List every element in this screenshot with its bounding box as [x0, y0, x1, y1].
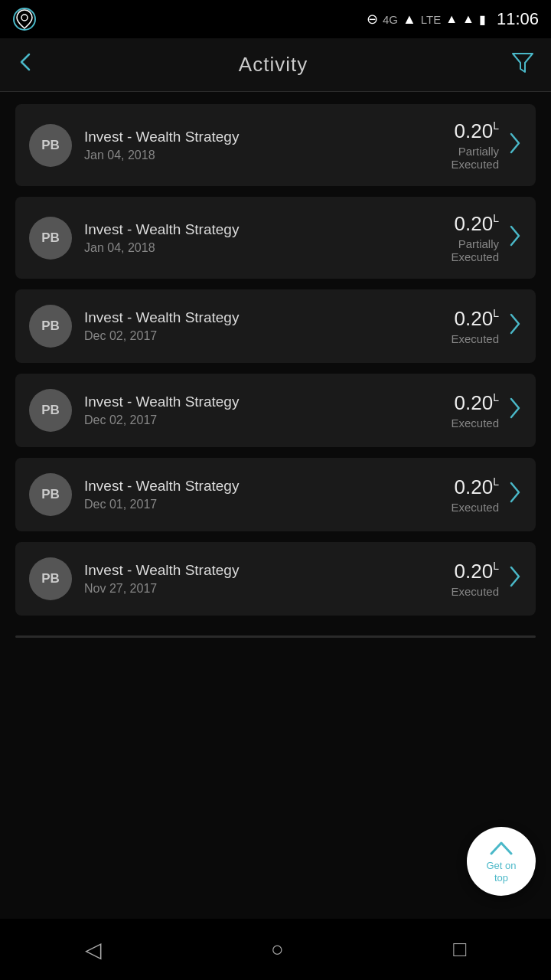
card-text-3: Invest - Wealth Strategy Dec 02, 2017: [84, 309, 239, 343]
card-title-2: Invest - Wealth Strategy: [84, 221, 239, 238]
battery-icon: ▮: [479, 12, 486, 27]
card-left-1: PB Invest - Wealth Strategy Jan 04, 2018: [29, 124, 451, 167]
avatar-4: PB: [29, 389, 72, 432]
chevron-up-icon: [490, 838, 513, 858]
avatar-1: PB: [29, 124, 72, 167]
card-status-6: Executed: [451, 585, 499, 598]
card-right-2: 0.20L PartiallyExecuted: [451, 212, 522, 263]
chevron-right-icon-5: [508, 482, 522, 508]
card-value-wrap-2: 0.20L PartiallyExecuted: [451, 212, 499, 263]
card-text-2: Invest - Wealth Strategy Jan 04, 2018: [84, 221, 239, 255]
card-left-3: PB Invest - Wealth Strategy Dec 02, 2017: [29, 305, 451, 348]
card-text-4: Invest - Wealth Strategy Dec 02, 2017: [84, 394, 239, 427]
card-right-1: 0.20L PartiallyExecuted: [451, 119, 522, 171]
card-date-6: Nov 27, 2017: [84, 582, 239, 596]
avatar-3: PB: [29, 305, 72, 348]
avatar-6: PB: [29, 557, 72, 600]
card-value-1: 0.20L: [451, 119, 499, 143]
card-date-3: Dec 02, 2017: [84, 329, 239, 343]
list-divider: [15, 635, 536, 638]
card-title-4: Invest - Wealth Strategy: [84, 394, 239, 410]
card-left-6: PB Invest - Wealth Strategy Nov 27, 2017: [29, 557, 451, 600]
card-status-4: Executed: [451, 416, 499, 430]
card-status-2: PartiallyExecuted: [451, 237, 499, 263]
card-right-5: 0.20L Executed: [451, 475, 522, 514]
activity-card-1[interactable]: PB Invest - Wealth Strategy Jan 04, 2018…: [15, 104, 536, 186]
card-title-5: Invest - Wealth Strategy: [84, 478, 239, 495]
chevron-right-icon-6: [508, 566, 522, 592]
do-not-disturb-icon: ⊖: [367, 11, 378, 28]
status-bar-left: [12, 7, 37, 31]
card-text-5: Invest - Wealth Strategy Dec 01, 2017: [84, 478, 239, 511]
activity-card-4[interactable]: PB Invest - Wealth Strategy Dec 02, 2017…: [15, 374, 536, 447]
signal-4g-icon: 4G: [383, 13, 398, 26]
card-date-1: Jan 04, 2018: [84, 149, 239, 162]
activity-card-6[interactable]: PB Invest - Wealth Strategy Nov 27, 2017…: [15, 542, 536, 616]
status-bar: ⊖ 4G ▲ LTE ▲ ▲ ▮ 11:06: [0, 0, 551, 38]
card-left-5: PB Invest - Wealth Strategy Dec 01, 2017: [29, 473, 451, 516]
chevron-right-icon-3: [508, 313, 522, 339]
activity-card-2[interactable]: PB Invest - Wealth Strategy Jan 04, 2018…: [15, 197, 536, 279]
activity-card-3[interactable]: PB Invest - Wealth Strategy Dec 02, 2017…: [15, 289, 536, 363]
card-value-5: 0.20L: [451, 475, 499, 499]
card-date-5: Dec 01, 2017: [84, 498, 239, 511]
card-right-3: 0.20L Executed: [451, 307, 522, 345]
card-left-4: PB Invest - Wealth Strategy Dec 02, 2017: [29, 389, 451, 432]
activity-list: PB Invest - Wealth Strategy Jan 04, 2018…: [0, 92, 551, 628]
card-value-2: 0.20L: [451, 212, 499, 236]
signal-bar1-icon: ▲: [445, 12, 458, 26]
recents-nav-button[interactable]: □: [453, 937, 466, 962]
card-date-2: Jan 04, 2018: [84, 241, 239, 255]
card-status-5: Executed: [451, 501, 499, 514]
header: Activity: [0, 38, 551, 92]
card-status-1: PartiallyExecuted: [451, 145, 499, 171]
lte-icon: LTE: [421, 13, 441, 26]
card-value-wrap-4: 0.20L Executed: [451, 391, 499, 430]
card-right-6: 0.20L Executed: [451, 560, 522, 598]
avatar-2: PB: [29, 217, 72, 260]
home-nav-button[interactable]: ○: [271, 937, 284, 962]
card-status-3: Executed: [451, 332, 499, 345]
card-title-6: Invest - Wealth Strategy: [84, 562, 239, 579]
filter-button[interactable]: [510, 49, 536, 80]
card-text-1: Invest - Wealth Strategy Jan 04, 2018: [84, 129, 239, 162]
avatar-5: PB: [29, 473, 72, 516]
get-on-top-button[interactable]: Get ontop: [467, 827, 536, 896]
card-value-3: 0.20L: [451, 307, 499, 331]
card-text-6: Invest - Wealth Strategy Nov 27, 2017: [84, 562, 239, 596]
app-logo-icon: [12, 7, 37, 31]
card-title-1: Invest - Wealth Strategy: [84, 129, 239, 145]
card-title-3: Invest - Wealth Strategy: [84, 309, 239, 326]
bottom-navigation: ◁ ○ □: [0, 919, 551, 980]
svg-point-1: [21, 15, 28, 21]
activity-card-5[interactable]: PB Invest - Wealth Strategy Dec 01, 2017…: [15, 458, 536, 531]
card-value-wrap-5: 0.20L Executed: [451, 475, 499, 514]
get-on-top-label: Get ontop: [486, 860, 516, 884]
card-value-wrap-6: 0.20L Executed: [451, 560, 499, 598]
card-date-4: Dec 02, 2017: [84, 413, 239, 427]
wifi-icon: ▲: [403, 11, 416, 28]
status-time: 11:06: [497, 9, 539, 29]
signal-bar2-icon: ▲: [462, 12, 474, 26]
card-right-4: 0.20L Executed: [451, 391, 522, 430]
back-nav-button[interactable]: ◁: [85, 937, 102, 962]
card-value-6: 0.20L: [451, 560, 499, 583]
chevron-right-icon-2: [508, 225, 522, 251]
card-value-4: 0.20L: [451, 391, 499, 415]
status-bar-right: ⊖ 4G ▲ LTE ▲ ▲ ▮ 11:06: [367, 9, 539, 29]
back-button[interactable]: [15, 51, 37, 79]
chevron-right-icon-1: [508, 132, 522, 158]
card-value-wrap-1: 0.20L PartiallyExecuted: [451, 119, 499, 171]
chevron-right-icon-4: [508, 397, 522, 423]
svg-marker-2: [513, 54, 533, 72]
card-value-wrap-3: 0.20L Executed: [451, 307, 499, 345]
page-title: Activity: [239, 53, 308, 77]
card-left-2: PB Invest - Wealth Strategy Jan 04, 2018: [29, 217, 451, 260]
